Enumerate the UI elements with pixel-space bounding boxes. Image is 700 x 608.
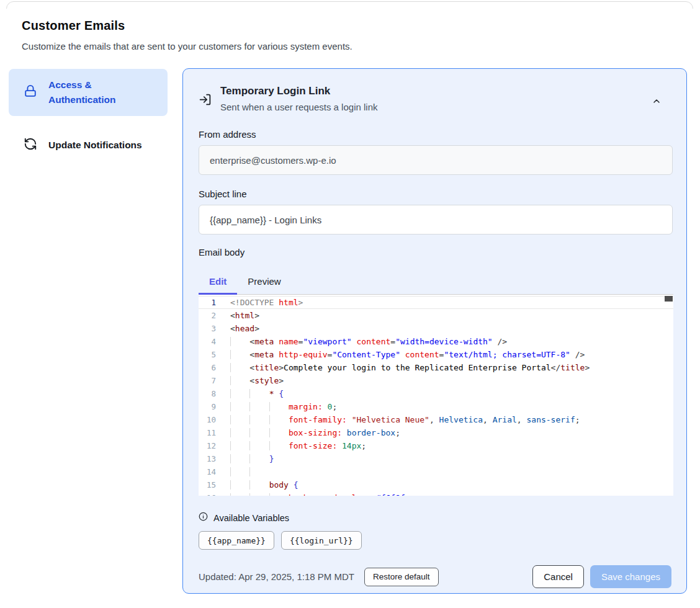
variable-chips: {{app_name}} {{login_url}} (199, 531, 671, 550)
line-number: 16 (199, 491, 221, 496)
card-footer: Updated: Apr 29, 2025, 1:18 PM MDT Resto… (199, 565, 671, 588)
editor-scrollbar-thumb[interactable] (665, 296, 673, 302)
subject-line-value: {{app_name}} - Login Links (210, 215, 321, 225)
sidebar-item-label: Update Notifications (48, 138, 142, 153)
line-number: 15 (199, 478, 221, 491)
sidebar-item-access-authentication[interactable]: Access & Authentication (9, 69, 168, 116)
code-line: 3<head> (199, 322, 673, 335)
info-icon (199, 512, 208, 524)
refresh-icon (24, 137, 37, 153)
code-line: 13 } (199, 452, 673, 465)
sidebar-item-label: Access & Authentication (48, 78, 159, 107)
log-in-icon (199, 93, 212, 109)
tab-preview[interactable]: Preview (237, 270, 291, 294)
code-lines: 1<!DOCTYPE html>2<html>3<head>4 <meta na… (199, 295, 673, 496)
page-header: Customer Emails Customize the emails tha… (22, 19, 352, 51)
code-line: 12 font-size: 14px; (199, 439, 673, 452)
subject-line-label: Subject line (199, 189, 671, 199)
code-line: 9 margin: 0; (199, 400, 673, 413)
line-number: 2 (199, 309, 221, 322)
line-number: 9 (199, 400, 221, 413)
line-number: 3 (199, 322, 221, 335)
email-body-label: Email body (199, 247, 671, 257)
code-line: 11 box-sizing: border-box; (199, 426, 673, 439)
tab-edit[interactable]: Edit (199, 270, 237, 294)
line-number: 1 (199, 296, 221, 309)
line-number: 5 (199, 348, 221, 361)
email-template-card: Temporary Login Link Sent when a user re… (182, 68, 687, 594)
updated-timestamp: Updated: Apr 29, 2025, 1:18 PM MDT (199, 571, 354, 582)
code-line: 10 font-family: "Helvetica Neue", Helvet… (199, 413, 673, 426)
from-address-label: From address (199, 129, 671, 140)
sidebar-item-update-notifications[interactable]: Update Notifications (9, 128, 168, 162)
card-subtitle: Sent when a user requests a login link (220, 102, 377, 112)
variable-chip-login-url[interactable]: {{login_url}} (281, 531, 362, 550)
from-address-value: enterprise@customers.wp-e.io (210, 155, 336, 166)
card-header: Temporary Login Link Sent when a user re… (199, 85, 671, 112)
cancel-button[interactable]: Cancel (532, 565, 584, 588)
line-number: 12 (199, 439, 221, 452)
line-number: 11 (199, 426, 221, 439)
code-line: 15 body { (199, 478, 673, 491)
chevron-up-icon[interactable] (652, 96, 662, 108)
page-subtitle: Customize the emails that are sent to yo… (22, 41, 352, 51)
code-line: 2<html> (199, 309, 673, 322)
line-number: 7 (199, 374, 221, 387)
code-line: 6 <title>Complete your login to the Repl… (199, 361, 673, 374)
line-number: 13 (199, 452, 221, 465)
code-line: 14 (199, 465, 673, 478)
line-number: 14 (199, 465, 221, 478)
subject-line-input[interactable]: {{app_name}} - Login Links (199, 205, 673, 235)
code-line: 5 <meta http-equiv="Content-Type" conten… (199, 348, 673, 361)
code-line: 16 background-color: #f6f9fc; (199, 491, 673, 496)
code-line: 1<!DOCTYPE html> (199, 296, 673, 309)
line-number: 4 (199, 335, 221, 348)
code-editor[interactable]: 1<!DOCTYPE html>2<html>3<head>4 <meta na… (199, 295, 673, 496)
card-title: Temporary Login Link (220, 85, 377, 97)
save-changes-button[interactable]: Save changes (590, 565, 671, 588)
email-body-tabs: Edit Preview (199, 270, 673, 295)
line-number: 8 (199, 387, 221, 400)
available-variables-row: Available Variables (199, 512, 671, 524)
code-line: 4 <meta name="viewport" content="width=d… (199, 335, 673, 348)
code-line: 8 * { (199, 387, 673, 400)
lock-icon (24, 84, 37, 101)
from-address-input[interactable]: enterprise@customers.wp-e.io (199, 145, 673, 175)
code-line: 7 <style> (199, 374, 673, 387)
line-number: 6 (199, 361, 221, 374)
available-variables-label: Available Variables (213, 513, 289, 523)
restore-default-button[interactable]: Restore default (364, 568, 439, 586)
sidebar: Access & Authentication Update Notificat… (9, 69, 168, 162)
line-number: 10 (199, 413, 221, 426)
variable-chip-app-name[interactable]: {{app_name}} (199, 531, 274, 550)
page-title: Customer Emails (22, 19, 352, 33)
